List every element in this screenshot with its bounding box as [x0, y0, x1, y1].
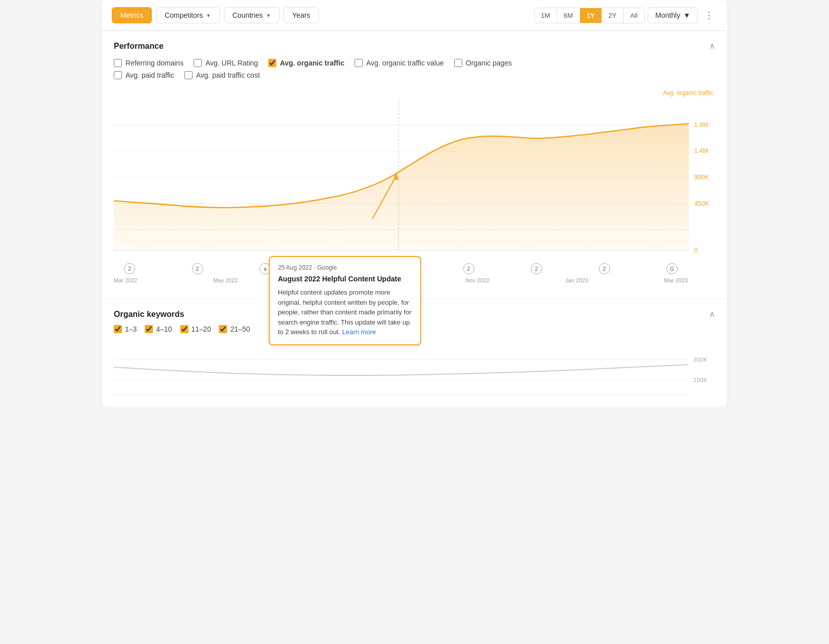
- kw-1-3-checkbox[interactable]: [114, 325, 122, 333]
- tab-countries[interactable]: Countries ▼: [224, 7, 280, 23]
- url-rating-checkbox[interactable]: [194, 59, 202, 67]
- tooltip-learn-more-link[interactable]: Learn more: [342, 328, 375, 336]
- svg-text:900K: 900K: [694, 174, 709, 181]
- collapse-keywords-button[interactable]: ∧: [709, 309, 715, 319]
- kw-4-10-checkbox[interactable]: [145, 325, 153, 333]
- checkbox-paid-traffic[interactable]: Avg. paid traffic: [114, 71, 174, 79]
- kw-checkbox-1-3[interactable]: 1–3: [114, 325, 137, 333]
- checkbox-organic-value[interactable]: Avg. organic traffic value: [355, 59, 444, 67]
- kw-checkbox-21-50[interactable]: 21–50: [219, 325, 250, 333]
- kw-11-20-checkbox[interactable]: [180, 325, 188, 333]
- performance-chart-area: Avg. organic traffic: [114, 89, 715, 288]
- chevron-down-icon: ▼: [206, 13, 211, 18]
- collapse-performance-button[interactable]: ∧: [709, 41, 715, 51]
- performance-title: Performance: [114, 42, 164, 51]
- x-label-0: Mar 2022: [114, 277, 137, 283]
- metrics-row-2: Avg. paid traffic Avg. paid traffic cost: [114, 71, 715, 79]
- svg-text:1.4M: 1.4M: [694, 147, 708, 154]
- paid-traffic-checkbox[interactable]: [114, 71, 122, 79]
- referring-domains-checkbox[interactable]: [114, 59, 122, 67]
- paid-cost-checkbox[interactable]: [184, 71, 193, 79]
- svg-text:450K: 450K: [694, 200, 709, 207]
- organic-pages-checkbox[interactable]: [454, 59, 462, 67]
- checkbox-referring-domains[interactable]: Referring domains: [114, 59, 183, 67]
- tab-metrics[interactable]: Metrics: [112, 7, 152, 23]
- period-2y[interactable]: 2Y: [602, 8, 624, 23]
- update-circle-7[interactable]: 2: [599, 263, 610, 274]
- tab-years[interactable]: Years: [283, 7, 318, 23]
- toolbar: Metrics Competitors ▼ Countries ▼ Years …: [102, 0, 727, 31]
- checkbox-paid-cost[interactable]: Avg. paid traffic cost: [184, 71, 260, 79]
- kw-checkbox-4-10[interactable]: 4–10: [145, 325, 172, 333]
- performance-section: Performance ∧ Referring domains Avg. URL…: [102, 31, 727, 299]
- update-circle-6[interactable]: 2: [531, 263, 542, 274]
- more-options-button[interactable]: ⋮: [701, 7, 717, 23]
- checkbox-url-rating[interactable]: Avg. URL Rating: [194, 59, 258, 67]
- period-6m[interactable]: 6M: [557, 8, 580, 23]
- tooltip-body: Helpful content updates promote more ori…: [278, 287, 412, 337]
- organic-value-checkbox[interactable]: [355, 59, 363, 67]
- period-group: 1M 6M 1Y 2Y All: [534, 8, 645, 23]
- checkbox-organic-traffic[interactable]: Avg. organic traffic: [268, 59, 344, 67]
- x-label-4: Nov 2022: [465, 277, 489, 283]
- tab-competitors[interactable]: Competitors ▼: [156, 7, 219, 23]
- metrics-row-1: Referring domains Avg. URL Rating Avg. o…: [114, 59, 715, 67]
- chevron-down-icon: ▼: [266, 13, 271, 18]
- chevron-down-icon: ▼: [683, 11, 690, 19]
- svg-text:0: 0: [694, 247, 697, 254]
- update-tooltip: 25 Aug 2022 · Google August 2022 Helpful…: [269, 256, 421, 345]
- x-label-6: Mar 2023: [664, 277, 688, 283]
- kw-checkbox-11-20[interactable]: 11–20: [180, 325, 211, 333]
- update-circle-8[interactable]: G: [666, 263, 678, 274]
- tooltip-title: August 2022 Helpful Content Update: [278, 274, 412, 283]
- svg-text:1.8M: 1.8M: [694, 121, 708, 128]
- keywords-chart: 200K 150K: [114, 339, 715, 400]
- organic-traffic-checkbox[interactable]: [268, 59, 276, 67]
- period-1m[interactable]: 1M: [534, 8, 557, 23]
- update-circle-1[interactable]: 2: [192, 263, 203, 274]
- keywords-chart-area: 200K 150K: [114, 339, 715, 402]
- update-circle-0[interactable]: 2: [124, 263, 135, 274]
- kw-21-50-checkbox[interactable]: [219, 325, 227, 333]
- granularity-dropdown[interactable]: Monthly ▼: [648, 7, 698, 23]
- svg-text:150K: 150K: [693, 377, 708, 383]
- toolbar-right: 1M 6M 1Y 2Y All Monthly ▼ ⋮: [534, 7, 717, 23]
- update-circle-5[interactable]: 2: [463, 263, 474, 274]
- organic-traffic-chart: 1.8M 1.4M 900K 450K 0: [114, 99, 715, 261]
- organic-keywords-title: Organic keywords: [114, 310, 184, 319]
- tooltip-date: 25 Aug 2022 · Google: [278, 264, 412, 271]
- period-1y[interactable]: 1Y: [580, 8, 602, 23]
- toolbar-left: Metrics Competitors ▼ Countries ▼ Years: [112, 7, 319, 23]
- period-all[interactable]: All: [624, 8, 644, 23]
- performance-header: Performance ∧: [114, 41, 715, 51]
- svg-text:200K: 200K: [693, 357, 708, 363]
- chart-y-label: Avg. organic traffic: [114, 89, 715, 96]
- checkbox-organic-pages[interactable]: Organic pages: [454, 59, 512, 67]
- chart-container: 1.8M 1.4M 900K 450K 0 25 Aug 2022 · Goog…: [114, 99, 715, 261]
- x-label-5: Jan 2023: [565, 277, 588, 283]
- x-label-1: May 2022: [213, 277, 238, 283]
